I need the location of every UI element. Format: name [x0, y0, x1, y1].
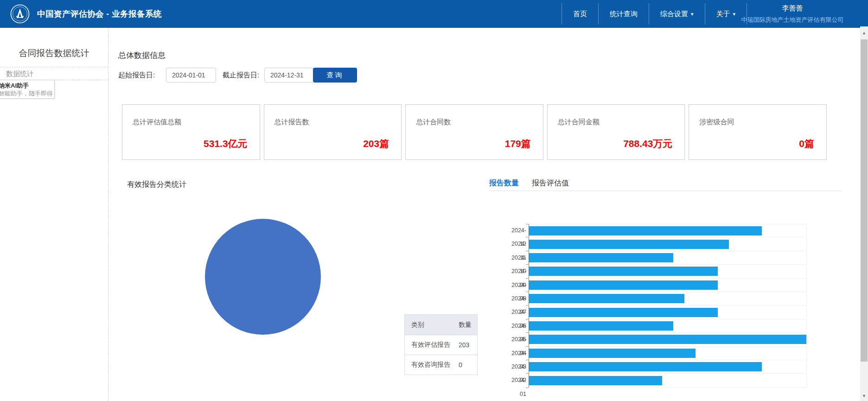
table-cell-category: 有效评估报告	[405, 341, 459, 349]
bar-row	[529, 251, 806, 265]
stat-card-total-appraisal-value: 总计评估值总额 531.3亿元	[122, 104, 260, 160]
stat-card-total-contracts: 总计合同数 179篇	[405, 104, 543, 160]
stat-card-classified-contracts: 涉密级合同 0篇	[689, 104, 827, 160]
nav-item-label: 综合设置	[660, 10, 688, 19]
bar-row	[529, 279, 806, 292]
nav-item-label: 关于	[716, 10, 730, 19]
scrollbar-thumb[interactable]	[861, 39, 868, 362]
bar	[529, 321, 673, 331]
bar-row	[529, 292, 806, 306]
table-header-count: 数量	[459, 321, 477, 329]
sidebar-title: 合同报告数据统计	[0, 28, 108, 67]
bar	[529, 226, 762, 236]
scroll-down-icon[interactable]: ▼	[860, 392, 868, 400]
bar-row	[529, 347, 806, 360]
start-date-label: 起始报告日:	[118, 68, 155, 83]
sidebar: 合同报告数据统计 数据统计 纳米AI助手 智能助手，随手即得	[0, 28, 108, 401]
nav-menu: 首页 统计查询 综合设置 ▾ 关于 ▾	[562, 3, 747, 25]
vertical-scrollbar[interactable]: ▲ ▼	[860, 26, 868, 401]
bar-chart-axis-labels: 2024-122024-112024-102024-092024-082024-…	[506, 224, 526, 388]
top-navbar: 中国资产评估协会 - 业务报备系统 首页 统计查询 综合设置 ▾ 关于 ▾ 李善…	[0, 0, 868, 28]
stat-card-label: 涉密级合同	[699, 118, 734, 127]
bar-chart-plot	[529, 224, 807, 388]
stat-cards: 总计评估值总额 531.3亿元 总计报告数 203篇 总计合同数 179篇 总计…	[122, 104, 827, 160]
page: 中国资产评估协会 - 业务报备系统 首页 统计查询 综合设置 ▾ 关于 ▾ 李善…	[0, 0, 868, 401]
pie-chart	[205, 219, 321, 335]
bar-row	[529, 265, 806, 278]
stat-card-total-contract-amount: 总计合同金额 788.43万元	[547, 104, 685, 160]
bar	[529, 280, 718, 290]
bar-row	[529, 374, 806, 387]
bar-row	[529, 237, 806, 251]
query-button[interactable]: 查询	[313, 68, 357, 83]
overview-section-title: 总体数据信息	[118, 50, 166, 61]
bar-category-label: 2024-09	[506, 265, 526, 278]
stat-card-value: 788.43万元	[623, 137, 672, 150]
bar-category-label: 2024-12	[506, 224, 526, 237]
nav-item-home[interactable]: 首页	[562, 3, 598, 25]
bar	[529, 267, 718, 276]
table-header-category: 类别	[405, 321, 459, 329]
sidebar-item-data-statistics[interactable]: 数据统计	[0, 67, 108, 80]
nav-item-statistics-query[interactable]: 统计查询	[598, 3, 649, 25]
start-date-input[interactable]	[166, 68, 216, 83]
bar	[529, 308, 718, 317]
bar-row	[529, 360, 806, 374]
bar-category-label: 2024-04	[506, 333, 526, 346]
stat-card-label: 总计合同金额	[558, 118, 600, 127]
bar-row	[529, 333, 806, 346]
user-name: 李善善	[737, 4, 848, 13]
stat-card-total-reports: 总计报告数 203篇	[264, 104, 402, 160]
table-row: 有效咨询报告 0	[405, 355, 477, 375]
bar-category-label: 2024-08	[506, 279, 526, 292]
stat-card-value: 179篇	[505, 137, 531, 150]
end-date-label: 截止报告日:	[223, 68, 259, 83]
tabs-divider	[489, 191, 842, 191]
bar-category-label: 2024-02	[506, 360, 526, 374]
bar-category-label: 2024-03	[506, 347, 526, 360]
table-cell-category: 有效咨询报告	[405, 361, 459, 369]
bar-category-label: 2024-07	[506, 292, 526, 306]
ai-assistant-title: 纳米AI助手	[0, 82, 51, 89]
scroll-up-icon[interactable]: ▲	[860, 29, 868, 37]
bar	[529, 335, 806, 344]
stat-card-label: 总计评估值总额	[133, 118, 181, 127]
bar	[529, 376, 662, 385]
nav-item-label: 首页	[573, 10, 587, 19]
stat-card-value: 203篇	[363, 137, 389, 150]
tab-report-appraisal-value[interactable]: 报告评估值	[532, 178, 569, 188]
bar	[529, 294, 684, 303]
user-info[interactable]: 李善善 中瑞国际房地产土地资产评估有限公司	[737, 0, 848, 28]
table-cell-count: 203	[459, 341, 477, 349]
chart-tabs: 报告数量 报告评估值	[489, 178, 569, 188]
stat-card-label: 总计报告数	[274, 118, 309, 127]
stat-card-value: 531.3亿元	[204, 137, 248, 150]
pie-section-title: 有效报告分类统计	[127, 180, 186, 190]
nav-item-label: 统计查询	[610, 10, 638, 19]
table-row: 有效评估报告 203	[405, 335, 477, 355]
chevron-down-icon: ▾	[691, 11, 694, 17]
table-cell-count: 0	[459, 361, 477, 369]
bar-category-label: 2024-11	[506, 237, 526, 251]
bar	[529, 253, 673, 262]
bar-category-label: 2024-01	[506, 374, 526, 387]
bar-category-label: 2024-10	[506, 251, 526, 265]
user-company: 中瑞国际房地产土地资产评估有限公司	[737, 16, 848, 24]
table-header-row: 类别 数量	[405, 315, 477, 335]
app-title: 中国资产评估协会 - 业务报备系统	[37, 0, 162, 28]
chevron-down-icon: ▾	[733, 11, 736, 17]
nav-item-settings-dropdown[interactable]: 综合设置 ▾	[649, 3, 705, 25]
report-category-table: 类别 数量 有效评估报告 203 有效咨询报告 0	[404, 314, 478, 375]
end-date-input[interactable]	[264, 68, 314, 83]
bar	[529, 240, 729, 249]
stat-card-value: 0篇	[799, 137, 814, 150]
bar-row	[529, 306, 806, 319]
ai-assistant-subtitle: 智能助手，随手即得	[0, 89, 51, 97]
bar-row	[529, 224, 806, 237]
ai-assistant-popup[interactable]: 纳米AI助手 智能助手，随手即得	[0, 80, 55, 99]
bar-row	[529, 319, 806, 333]
bar	[529, 362, 762, 371]
bar-category-label: 2024-05	[506, 319, 526, 333]
tab-report-count[interactable]: 报告数量	[489, 178, 519, 188]
association-logo-icon	[10, 4, 30, 24]
